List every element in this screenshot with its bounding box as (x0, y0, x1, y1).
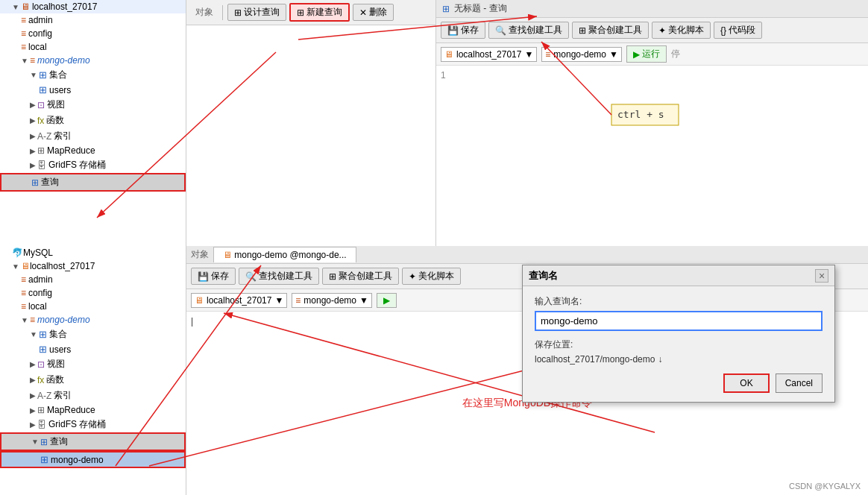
sidebar-item-users2[interactable]: ⊞ users (0, 342, 186, 356)
sidebar-item-query[interactable]: ⊞ 查询 (0, 173, 186, 192)
sidebar-item-config2[interactable]: ≡ config (0, 286, 186, 300)
query-name-dialog: 查询名 × 输入查询名: 保存位置: localhost_27017/mongo… (522, 265, 835, 403)
chevron-icon: ▼ (30, 330, 37, 338)
sidebar-item-mongo-demo[interactable]: ▼ ≡ mongo-demo (0, 54, 186, 67)
right-editor-area[interactable]: 1 (436, 66, 868, 246)
top-toolbar: 对象 ⊞ 设计查询 ⊞ 新建查询 ✕ 删除 (186, 0, 435, 25)
sidebar-item-views[interactable]: ▶ ⊡ 视图 (0, 97, 186, 113)
view-icon: ⊡ (37, 359, 45, 370)
chevron-icon: ▶ (30, 147, 36, 155)
right-toolbar: 💾 保存 🔍 查找创建工具 ⊞ 聚合创建工具 ✦ 美化脚本 {} 代码段 (436, 18, 868, 43)
dialog-body: 输入查询名: 保存位置: localhost_27017/mongo-demo … (523, 286, 834, 402)
run-button[interactable]: ▶ 运行 (626, 45, 667, 63)
chevron-icon: ▶ (30, 420, 36, 429)
chevron-icon: ▼ (21, 316, 28, 324)
dialog-title: 查询名 (529, 269, 815, 283)
dialog-name-input[interactable] (535, 311, 823, 331)
sidebar-item-admin[interactable]: ≡ admin (0, 13, 186, 27)
window-icon: ⊞ (442, 4, 450, 14)
db-icon: ≡ (30, 315, 35, 325)
object-label: 对象 (191, 4, 218, 20)
aggregate-icon: ⊞ (329, 271, 336, 282)
bottom-tab[interactable]: 🖥 mongo-demo @mongo-de... (213, 247, 356, 262)
sidebar-item-indexes[interactable]: ▶ A-Z 索引 (0, 128, 186, 144)
code-icon: {} (720, 25, 726, 36)
query-icon: ⊞ (40, 437, 48, 447)
sidebar-item-gridfs2[interactable]: ▶ 🗄 GridFS 存储桶 (0, 417, 186, 432)
sidebar-item-mongo-demo2[interactable]: ▼ ≡ mongo-demo (0, 313, 186, 327)
dialog-close-button[interactable]: × (815, 269, 828, 283)
sidebar-item-mapreduce2[interactable]: ▶ ⊞ MapReduce (0, 403, 186, 417)
new-query-button[interactable]: ⊞ 新建查询 (289, 3, 350, 22)
sidebar-item-admin2[interactable]: ≡ admin (0, 273, 186, 286)
beautify-button[interactable]: ✦ 美化脚本 (652, 22, 711, 39)
sidebar-item-query2[interactable]: ▼ ⊞ 查询 (0, 432, 186, 451)
aggregate-builder-button[interactable]: ⊞ 聚合创建工具 (572, 22, 649, 39)
bottom-run-button[interactable]: ▶ (377, 293, 397, 308)
chevron-icon: ▶ (30, 161, 36, 169)
sidebar-item-gridfs[interactable]: ▶ 🗄 GridFS 存储桶 (0, 157, 186, 173)
chevron-icon: ▼ (21, 57, 28, 65)
sidebar-item-mongo-demo-query[interactable]: ⊞ mongo-demo (0, 451, 186, 468)
save-icon: 💾 (198, 271, 209, 282)
dropdown-arrow: ↓ (658, 354, 662, 365)
chevron-icon: ▼ (12, 3, 19, 11)
dropdown-icon: ▼ (524, 49, 533, 60)
dialog-title-bar: 查询名 × (523, 265, 834, 286)
db-icon: ≡ (21, 288, 26, 298)
sidebar-item-local2[interactable]: ≡ local (0, 300, 186, 313)
sidebar-item-functions2[interactable]: ▶ fx 函数 (0, 372, 186, 388)
bottom-find-button[interactable]: 🔍 查找创建工具 (239, 268, 319, 285)
query-item-icon: ⊞ (40, 454, 48, 465)
chevron-icon: ▶ (30, 391, 36, 400)
design-query-button[interactable]: ⊞ 设计查询 (227, 4, 286, 21)
aggregate-icon: ⊞ (579, 25, 586, 36)
dropdown-icon: ▼ (274, 295, 283, 306)
sidebar-item-views2[interactable]: ▶ ⊡ 视图 (0, 356, 186, 372)
sidebar-item-indexes2[interactable]: ▶ A-Z 索引 (0, 388, 186, 403)
run-icon: ▶ (383, 295, 390, 306)
table-icon: ⊞ (39, 84, 47, 95)
sidebar-item-users[interactable]: ⊞ users (0, 83, 186, 97)
delete-button[interactable]: ✕ 删除 (353, 4, 394, 21)
server-icon: 🖥 (21, 1, 30, 12)
dialog-save-location: localhost_27017/mongo-demo ↓ (535, 354, 823, 365)
dropdown-icon: ▼ (609, 49, 618, 60)
bottom-save-button[interactable]: 💾 保存 (191, 268, 236, 285)
dialog-input-label: 输入查询名: (535, 295, 823, 308)
save-icon: 💾 (447, 25, 459, 36)
sidebar-item-localhost[interactable]: ▼ 🖥 localhost_27017 (0, 0, 186, 13)
sidebar-item-mapreduce[interactable]: ▶ ⊞ MapReduce (0, 144, 186, 157)
find-builder-button[interactable]: 🔍 查找创建工具 (488, 22, 569, 39)
bottom-db-selector[interactable]: ≡ mongo-demo ▼ (292, 293, 372, 308)
sidebar-item-collection-folder[interactable]: ▼ ⊞ 集合 (0, 67, 186, 83)
db-icon: ≡ (295, 295, 301, 306)
code-snippet-button[interactable]: {} 代码段 (714, 22, 762, 39)
sidebar-item-collection-folder2[interactable]: ▼ ⊞ 集合 (0, 327, 186, 342)
new-icon: ⊞ (297, 7, 304, 18)
db-selector[interactable]: ≡ mongo-demo ▼ (541, 47, 622, 62)
find-icon: 🔍 (245, 271, 257, 282)
sidebar-item-config[interactable]: ≡ config (0, 27, 186, 40)
top-sidebar: ▼ 🖥 localhost_27017 ≡ admin ≡ config ≡ l… (0, 0, 186, 246)
fn-icon: fx (37, 375, 44, 385)
dialog-ok-button[interactable]: OK (723, 373, 769, 393)
dialog-cancel-button[interactable]: Cancel (776, 373, 823, 393)
bottom-aggregate-button[interactable]: ⊞ 聚合创建工具 (322, 268, 399, 285)
top-main-area: 对象 ⊞ 设计查询 ⊞ 新建查询 ✕ 删除 (186, 0, 435, 246)
sidebar-item-functions[interactable]: ▶ fx 函数 (0, 113, 186, 128)
chevron-icon: ▶ (30, 360, 36, 368)
host-selector[interactable]: 🖥 localhost_27017 ▼ (441, 47, 537, 62)
chevron-icon: ▼ (31, 438, 39, 446)
bottom-host-selector[interactable]: 🖥 localhost_27017 ▼ (191, 293, 287, 308)
sidebar-item-localhost2[interactable]: ▼ 🖥 localhost_27017 (0, 259, 186, 273)
save-button[interactable]: 💾 保存 (441, 22, 485, 39)
table-icon: ⊞ (39, 344, 47, 355)
divider (222, 5, 223, 20)
beautify-icon: ✦ (409, 271, 416, 282)
sidebar-item-local[interactable]: ≡ local (0, 40, 186, 54)
bottom-beautify-button[interactable]: ✦ 美化脚本 (402, 268, 461, 285)
mr-icon: ⊞ (37, 405, 45, 415)
sidebar-item-mysql[interactable]: 🐬 MySQL (0, 246, 186, 259)
server-icon: 🖥 (21, 261, 30, 271)
